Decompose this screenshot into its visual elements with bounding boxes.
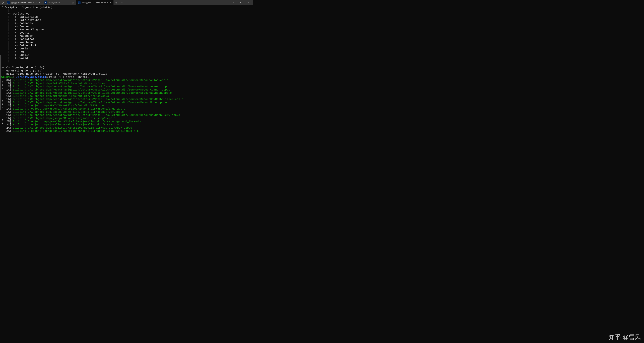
close-button[interactable] (245, 0, 253, 5)
left-edge-stub (0, 55, 1, 110)
svg-rect-2 (78, 1, 80, 4)
tab[interactable]: wow@MSI: ~ (43, 0, 76, 5)
window-controls (230, 0, 253, 5)
tab-close-button[interactable] (109, 1, 112, 4)
new-tab-button[interactable] (114, 0, 119, 5)
tab-title: 管理员: Windows PowerShell (11, 1, 37, 4)
tab-title: wow@MSI: ~/TrinityCore/buil (82, 1, 108, 4)
tab-title: wow@MSI: ~ (48, 1, 70, 4)
tab-strip: 管理员: Windows PowerShellwow@MSI: ~wow@MSI… (5, 0, 114, 5)
powershell-icon (7, 1, 10, 4)
tab[interactable]: wow@MSI: ~/TrinityCore/buil (76, 0, 114, 5)
svg-rect-3 (240, 2, 242, 3)
tab[interactable]: 管理员: Windows PowerShell (5, 0, 43, 5)
svg-rect-1 (44, 1, 47, 4)
maximize-button[interactable] (237, 0, 245, 5)
tab-dropdown-button[interactable] (119, 0, 124, 5)
title-bar: 管理员: Windows PowerShellwow@MSI: ~wow@MSI… (0, 0, 253, 5)
tab-close-button[interactable] (72, 1, 74, 4)
powershell-icon (78, 1, 80, 4)
terminal-output[interactable]: * Script configuration (static): | +- wo… (0, 5, 253, 132)
shield-icon (0, 0, 5, 5)
powershell-icon (44, 1, 47, 4)
tab-close-button[interactable] (38, 1, 41, 4)
svg-rect-0 (7, 1, 10, 4)
minimize-button[interactable] (230, 0, 237, 5)
